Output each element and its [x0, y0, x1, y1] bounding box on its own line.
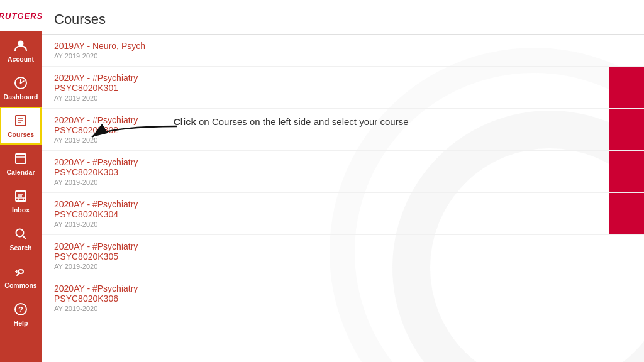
course-name-2b[interactable]: PSYC8020K302	[54, 125, 631, 135]
svg-line-16	[23, 236, 26, 239]
course-year-2: AY 2019-2020	[54, 136, 631, 144]
course-name-0[interactable]: 2019AY - Neuro, Psych	[54, 41, 631, 51]
sidebar-commons-label: Commons	[4, 282, 36, 289]
sidebar-item-help[interactable]: ? Help	[0, 295, 42, 333]
course-name-2a[interactable]: 2020AY - #Psychiatry	[54, 115, 631, 125]
course-name-4b[interactable]: PSYC8020K304	[54, 209, 631, 219]
page-title: Courses	[54, 11, 631, 28]
rutgers-logo-text: RUTGERS	[0, 11, 43, 21]
course-name-1b[interactable]: PSYC8020K301	[54, 83, 631, 93]
course-name-1a[interactable]: 2020AY - #Psychiatry	[54, 73, 631, 83]
course-name-6b[interactable]: PSYC8020K306	[54, 293, 631, 304]
course-item-5[interactable]: 2020AY - #Psychiatry PSYC8020K305 AY 201…	[42, 235, 644, 277]
sidebar-inbox-label: Inbox	[12, 206, 30, 214]
courses-icon	[14, 114, 28, 129]
course-item-4[interactable]: 2020AY - #Psychiatry PSYC8020K304 AY 201…	[42, 193, 644, 235]
sidebar-item-courses[interactable]: Courses	[0, 107, 42, 145]
main-content: Courses 2019AY - Neuro, Psych AY 2019-20…	[42, 0, 644, 362]
sidebar-item-commons[interactable]: Commons	[0, 258, 42, 295]
sidebar-logo: RUTGERS	[0, 0, 42, 31]
course-year-5: AY 2019-2020	[54, 263, 631, 270]
course-year-3: AY 2019-2020	[54, 178, 631, 186]
sidebar-courses-label: Courses	[8, 131, 34, 138]
sidebar-dashboard-label: Dashboard	[4, 93, 38, 101]
sidebar-account-label: Account	[8, 55, 34, 63]
course-name-6a[interactable]: 2020AY - #Psychiatry	[54, 283, 631, 293]
course-item-6[interactable]: 2020AY - #Psychiatry PSYC8020K306 AY 201…	[42, 277, 644, 319]
help-icon: ?	[14, 302, 28, 318]
svg-text:?: ?	[18, 305, 23, 314]
account-icon	[14, 38, 28, 54]
inbox-icon	[14, 189, 28, 205]
course-name-5a[interactable]: 2020AY - #Psychiatry	[54, 241, 631, 251]
course-year-1: AY 2019-2020	[54, 94, 631, 102]
sidebar-item-search[interactable]: Search	[0, 220, 42, 258]
course-item-1[interactable]: 2020AY - #Psychiatry PSYC8020K301 AY 201…	[42, 67, 644, 109]
course-name-3b[interactable]: PSYC8020K303	[54, 167, 631, 177]
course-year-0: AY 2019-2020	[54, 52, 631, 60]
sidebar-item-calendar[interactable]: Calendar	[0, 145, 42, 182]
course-item-0[interactable]: 2019AY - Neuro, Psych AY 2019-2020	[42, 35, 644, 67]
course-item-2[interactable]: 2020AY - #Psychiatry PSYC8020K302 AY 201…	[42, 109, 644, 151]
sidebar: RUTGERS Account Dashboard	[0, 0, 42, 362]
page-header: Courses	[42, 0, 644, 35]
sidebar-calendar-label: Calendar	[7, 168, 35, 176]
course-name-3a[interactable]: 2020AY - #Psychiatry	[54, 157, 631, 167]
search-icon	[14, 227, 28, 243]
course-year-6: AY 2019-2020	[54, 305, 631, 312]
dashboard-icon	[14, 76, 28, 92]
calendar-icon	[14, 151, 28, 167]
course-name-4a[interactable]: 2020AY - #Psychiatry	[54, 199, 631, 209]
commons-icon	[14, 265, 28, 280]
sidebar-item-dashboard[interactable]: Dashboard	[0, 69, 42, 107]
course-name-5b[interactable]: PSYC8020K305	[54, 251, 631, 261]
courses-list: 2019AY - Neuro, Psych AY 2019-2020 2020A…	[42, 35, 644, 362]
sidebar-item-inbox[interactable]: Inbox	[0, 182, 42, 220]
sidebar-search-label: Search	[9, 244, 31, 251]
course-year-4: AY 2019-2020	[54, 221, 631, 228]
course-item-3[interactable]: 2020AY - #Psychiatry PSYC8020K303 AY 201…	[42, 151, 644, 193]
svg-point-2	[20, 82, 22, 84]
svg-rect-7	[16, 154, 26, 163]
sidebar-help-label: Help	[14, 319, 28, 327]
sidebar-item-account[interactable]: Account	[0, 31, 42, 69]
